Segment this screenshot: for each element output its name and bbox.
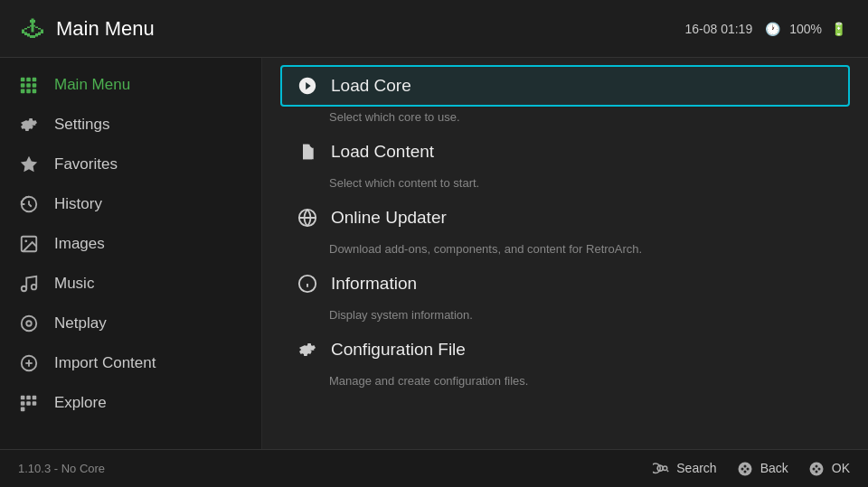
- sidebar-item-label: Images: [54, 235, 105, 253]
- load-core-row[interactable]: Load Core: [280, 65, 850, 107]
- sidebar-item-label: Settings: [54, 116, 109, 134]
- favorites-icon: [18, 154, 40, 175]
- images-icon: [18, 233, 40, 255]
- svg-point-35: [653, 464, 660, 473]
- footer-controls: Search Back OK: [653, 460, 850, 477]
- svg-point-38: [738, 462, 751, 475]
- ok-button[interactable]: OK: [808, 460, 850, 477]
- clock-icon: 🕐: [765, 22, 780, 36]
- sidebar-item-label: Music: [54, 275, 94, 293]
- search-label: Search: [676, 461, 716, 475]
- information-icon: [297, 274, 318, 294]
- svg-rect-6: [21, 89, 25, 94]
- sidebar-item-favorites[interactable]: Favorites: [0, 145, 261, 184]
- svg-rect-25: [21, 407, 25, 412]
- menu-item-online-updater: Online Updater Download add-ons, compone…: [262, 197, 868, 263]
- header-icon: 🕹: [22, 16, 43, 42]
- configuration-file-row[interactable]: Configuration File: [280, 329, 850, 370]
- svg-rect-2: [33, 78, 37, 82]
- svg-rect-21: [33, 396, 37, 400]
- svg-point-46: [817, 467, 820, 470]
- battery-level: 100%: [789, 22, 822, 36]
- sidebar-item-label: History: [54, 195, 102, 213]
- footer: 1.10.3 - No Core Search: [0, 449, 868, 487]
- online-updater-label: Online Updater: [331, 208, 447, 228]
- page-title: Main Menu: [56, 17, 684, 41]
- menu-item-load-core: Load Core Select which core to use.: [262, 65, 868, 131]
- svg-point-39: [741, 467, 743, 470]
- configuration-file-icon: [297, 340, 318, 360]
- svg-point-31: [657, 467, 659, 469]
- svg-point-15: [26, 321, 32, 326]
- svg-rect-20: [26, 396, 31, 400]
- svg-point-47: [815, 470, 817, 473]
- sidebar-item-music[interactable]: Music: [0, 264, 261, 304]
- main-content: Load Core Select which core to use. Load…: [262, 58, 868, 449]
- load-core-icon: [297, 76, 318, 96]
- sidebar-item-main-menu[interactable]: Main Menu: [0, 65, 261, 105]
- sidebar-item-images[interactable]: Images: [0, 224, 261, 264]
- settings-icon: [18, 114, 40, 136]
- sidebar-item-history[interactable]: History: [0, 184, 261, 224]
- netplay-icon: [18, 313, 40, 334]
- information-desc: Display system information.: [280, 304, 850, 329]
- music-icon: [18, 273, 40, 295]
- configuration-file-desc: Manage and create configuration files.: [280, 370, 850, 395]
- svg-rect-4: [26, 83, 31, 88]
- svg-rect-7: [26, 89, 31, 94]
- ok-controller-icon: [808, 460, 825, 477]
- svg-point-36: [664, 466, 668, 471]
- menu-item-configuration-file: Configuration File Manage and create con…: [262, 329, 868, 395]
- datetime: 16-08 01:19: [684, 22, 752, 36]
- svg-point-41: [746, 467, 749, 470]
- header-meta: 16-08 01:19 🕐 100% 🔋: [684, 22, 846, 36]
- sidebar-item-import-content[interactable]: Import Content: [0, 343, 261, 383]
- menu-item-load-content: Load Content Select which content to sta…: [262, 131, 868, 197]
- svg-point-42: [743, 470, 746, 473]
- svg-point-45: [815, 464, 817, 467]
- online-updater-row[interactable]: Online Updater: [280, 197, 850, 239]
- svg-rect-23: [26, 401, 31, 406]
- svg-rect-19: [21, 396, 25, 400]
- explore-icon: [18, 392, 40, 414]
- back-button[interactable]: Back: [737, 460, 788, 477]
- sidebar-item-explore[interactable]: Explore: [0, 383, 261, 423]
- svg-point-12: [22, 286, 27, 292]
- search-controller-icon: [653, 460, 669, 477]
- svg-rect-24: [33, 401, 37, 406]
- menu-item-information: Information Display system information.: [262, 263, 868, 329]
- load-content-row[interactable]: Load Content: [280, 131, 850, 173]
- svg-point-43: [809, 462, 823, 475]
- online-updater-desc: Download add-ons, components, and conten…: [280, 239, 850, 263]
- svg-line-37: [667, 470, 669, 472]
- header: 🕹 Main Menu 16-08 01:19 🕐 100% 🔋: [0, 0, 868, 58]
- information-row[interactable]: Information: [280, 263, 850, 304]
- svg-rect-0: [21, 78, 25, 82]
- back-controller-icon: [737, 460, 753, 477]
- main-layout: Main Menu Settings Favorites: [0, 58, 868, 449]
- search-button[interactable]: Search: [653, 460, 716, 477]
- load-core-label: Load Core: [331, 76, 411, 96]
- svg-point-44: [812, 467, 815, 470]
- configuration-file-label: Configuration File: [331, 340, 466, 360]
- svg-point-13: [32, 285, 37, 290]
- svg-point-11: [24, 239, 27, 242]
- svg-rect-3: [21, 83, 25, 88]
- svg-rect-5: [33, 83, 37, 88]
- sidebar-item-label: Import Content: [54, 354, 156, 372]
- version-label: 1.10.3 - No Core: [18, 462, 105, 475]
- information-label: Information: [331, 274, 417, 294]
- import-content-icon: [18, 352, 40, 374]
- load-content-desc: Select which content to start.: [280, 173, 850, 197]
- svg-rect-8: [33, 89, 37, 94]
- sidebar-item-netplay[interactable]: Netplay: [0, 304, 261, 343]
- sidebar: Main Menu Settings Favorites: [0, 58, 262, 449]
- main-menu-icon: [18, 74, 40, 96]
- svg-rect-22: [21, 401, 25, 406]
- history-icon: [18, 193, 40, 215]
- back-label: Back: [760, 461, 788, 475]
- battery-icon: 🔋: [831, 22, 846, 36]
- load-content-label: Load Content: [331, 142, 434, 162]
- sidebar-item-settings[interactable]: Settings: [0, 105, 261, 145]
- svg-point-40: [743, 464, 746, 467]
